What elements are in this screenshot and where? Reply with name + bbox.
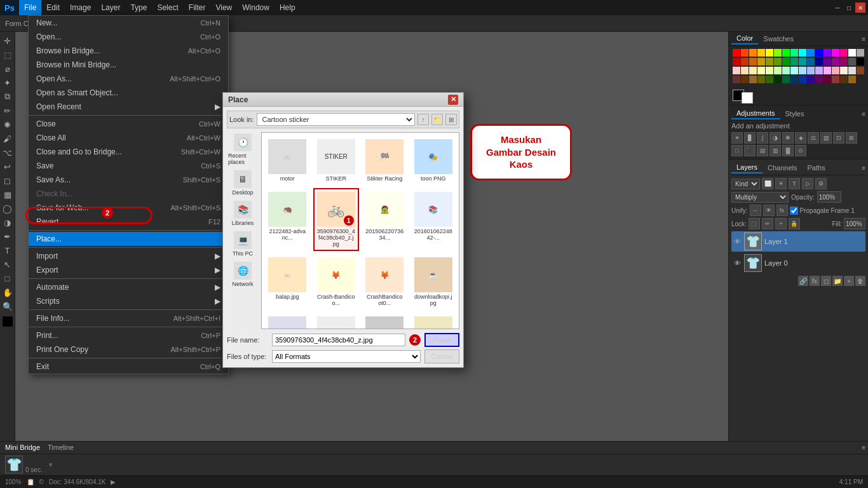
menu-scripts[interactable]: Scripts ▶: [29, 294, 228, 308]
opacity-input[interactable]: [817, 191, 841, 203]
photo-filter-icon[interactable]: ⊡: [833, 132, 844, 144]
file-item-img17[interactable]: 🏍 images (17).jpg: [264, 313, 311, 329]
hue-saturation-icon[interactable]: ◈: [795, 132, 806, 144]
filter-pixel-icon[interactable]: ⬜: [762, 178, 773, 189]
swatch[interactable]: [790, 76, 798, 83]
look-in-select[interactable]: Cartoon sticker: [257, 113, 415, 126]
swatch[interactable]: [790, 67, 798, 74]
layer-item-1[interactable]: 👁 👕 Layer 1: [731, 231, 865, 252]
swatch[interactable]: [799, 49, 806, 57]
swatch[interactable]: [857, 67, 864, 74]
menu-window[interactable]: Window: [237, 0, 275, 15]
swatch[interactable]: [782, 49, 790, 57]
swatch[interactable]: [782, 58, 790, 65]
filetype-select[interactable]: All Formats: [272, 350, 421, 363]
swatch[interactable]: [807, 76, 815, 83]
layer-kind-select[interactable]: Kind: [731, 179, 760, 189]
maximize-button[interactable]: □: [844, 3, 854, 13]
menu-exit[interactable]: Exit Ctrl+Q: [29, 360, 228, 374]
swatch[interactable]: [824, 58, 831, 65]
selective-color-icon[interactable]: ⊙: [795, 145, 806, 156]
swatch[interactable]: [757, 67, 765, 74]
filter-type-icon[interactable]: T: [789, 178, 800, 189]
menu-type[interactable]: Type: [125, 0, 152, 15]
eraser-tool[interactable]: ◻: [1, 174, 14, 187]
file-item-20150622[interactable]: 🧟 20150622073634...: [362, 188, 408, 251]
recent-places-nav[interactable]: 🕐 Recent places: [227, 132, 259, 166]
mini-bridge-dropdown[interactable]: ▼: [48, 461, 54, 468]
unify-style-icon[interactable]: fx: [776, 205, 788, 216]
vibrance-icon[interactable]: ❋: [782, 132, 794, 144]
swatch[interactable]: [848, 67, 856, 74]
file-item-crash1[interactable]: 🦊 Crash-Bandicoo...: [313, 254, 360, 310]
background-color-swatch[interactable]: [742, 92, 753, 104]
fill-input[interactable]: [844, 218, 865, 229]
zoom-tool[interactable]: 🔍: [1, 300, 14, 313]
filter-adjust-icon[interactable]: ☀: [775, 178, 787, 189]
add-group-btn[interactable]: 📁: [832, 276, 843, 286]
swatch[interactable]: [840, 58, 848, 65]
view-icon[interactable]: ⊞: [445, 114, 457, 125]
layers-options[interactable]: ≡: [862, 165, 865, 172]
swatch[interactable]: [741, 49, 749, 57]
swatch[interactable]: [807, 49, 815, 57]
threshold-icon[interactable]: ▥: [770, 145, 781, 156]
blend-mode-select[interactable]: Multiply: [731, 192, 789, 203]
menu-help[interactable]: Help: [275, 0, 301, 15]
channel-mixer-icon[interactable]: ⊞: [846, 132, 857, 144]
file-item-crash2[interactable]: 🦊 CrashBandicoot0...: [362, 254, 408, 310]
swatch[interactable]: [766, 67, 773, 74]
swatch[interactable]: [790, 49, 798, 57]
foreground-color[interactable]: [3, 316, 13, 327]
swatch[interactable]: [848, 49, 856, 57]
menu-save-as[interactable]: Save As... Shift+Ctrl+S: [29, 173, 228, 187]
menu-layer[interactable]: Layer: [96, 0, 125, 15]
menu-print[interactable]: Print... Ctrl+P: [29, 329, 228, 342]
file-item-toon-png[interactable]: 🎭 toon PNG: [410, 135, 457, 186]
swatch[interactable]: [848, 58, 856, 65]
menu-place[interactable]: Place...: [29, 232, 228, 246]
menu-import[interactable]: Import ▶: [29, 249, 228, 263]
channels-tab[interactable]: Channels: [763, 163, 802, 173]
swatch[interactable]: [741, 58, 749, 65]
crop-tool[interactable]: ⧉: [1, 90, 14, 103]
swatch[interactable]: [824, 76, 831, 83]
layers-tab[interactable]: Layers: [731, 162, 763, 173]
swatch[interactable]: [733, 67, 740, 74]
unify-position-icon[interactable]: ↔: [750, 205, 761, 216]
magic-wand-tool[interactable]: ✦: [1, 76, 14, 89]
shape-tool[interactable]: □: [1, 272, 14, 285]
adjustments-tab[interactable]: Adjustments: [731, 108, 780, 119]
unify-visibility-icon[interactable]: 👁: [763, 205, 775, 216]
swatch[interactable]: [857, 49, 864, 57]
filter-shape-icon[interactable]: ▷: [802, 178, 813, 189]
file-item-motor[interactable]: 🏍 motor: [264, 135, 311, 186]
eyedropper-tool[interactable]: ✏: [1, 104, 14, 117]
blur-tool[interactable]: ◯: [1, 202, 14, 215]
link-layers-btn[interactable]: 🔗: [798, 276, 808, 286]
file-item-2122482[interactable]: 🦔 2122482-advanc...: [264, 188, 311, 251]
swatch[interactable]: [774, 58, 782, 65]
lock-brush-icon[interactable]: ✏: [762, 218, 773, 229]
swatch[interactable]: [832, 58, 839, 65]
menu-save-for-web[interactable]: Save for Web... Alt+Shift+Ctrl+S: [29, 201, 228, 215]
file-item-img0[interactable]: ⚔ images0.jpg: [410, 313, 457, 329]
menu-filter[interactable]: Filter: [184, 0, 211, 15]
menu-open-as[interactable]: Open As... Alt+Shift+Ctrl+O: [29, 72, 228, 86]
black-white-icon[interactable]: ▧: [820, 132, 832, 144]
swatch[interactable]: [749, 58, 757, 65]
lock-all-icon[interactable]: 🔒: [789, 218, 800, 229]
close-button[interactable]: ✕: [855, 3, 865, 13]
menu-close[interactable]: Close Ctrl+W: [29, 117, 228, 131]
panel-options[interactable]: ≡: [862, 36, 865, 43]
desktop-nav[interactable]: 🖥 Desktop: [227, 169, 259, 197]
swatch[interactable]: [815, 67, 823, 74]
select-tool[interactable]: ⬚: [1, 48, 14, 61]
swatch[interactable]: [757, 58, 765, 65]
menu-open[interactable]: Open... Ctrl+O: [29, 30, 228, 44]
swatch[interactable]: [733, 58, 740, 65]
lock-pixels-icon[interactable]: ⬚: [749, 218, 760, 229]
file-item-20160106[interactable]: 📚 20160106224842-...: [410, 188, 457, 251]
invert-icon[interactable]: ⬛: [744, 145, 756, 156]
menu-print-one-copy[interactable]: Print One Copy Alt+Shift+Ctrl+P: [29, 342, 228, 356]
